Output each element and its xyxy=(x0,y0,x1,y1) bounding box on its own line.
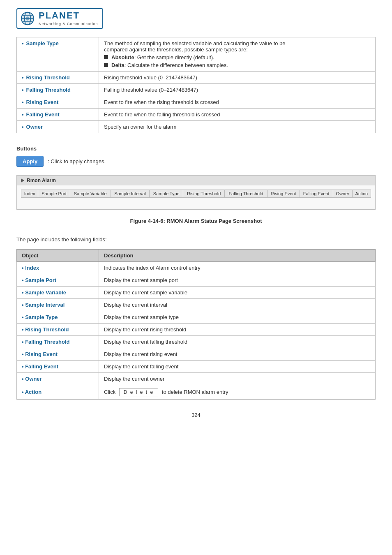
status-table: Object Description • Index Indicates the… xyxy=(16,249,376,400)
status-table-header-row: Object Description xyxy=(17,249,376,261)
object-cell: • Owner xyxy=(17,121,99,133)
object-cell: • Falling Threshold xyxy=(17,84,99,96)
object-label: Rising Event xyxy=(26,99,59,105)
table-row: • Owner Specify an owner for the alarm xyxy=(17,121,376,133)
description-cell: Display the current sample port xyxy=(99,274,376,286)
col-sample-interval: Sample Interval xyxy=(111,190,150,198)
table-row: • Falling Event Display the current fall… xyxy=(17,360,376,372)
bullet-dot: • xyxy=(22,302,24,308)
object-label: Falling Threshold xyxy=(26,87,71,93)
table-row: • Sample Port Display the current sample… xyxy=(17,274,376,286)
object-cell: • Sample Interval xyxy=(17,298,99,311)
col-falling-event: Falling Event xyxy=(300,190,333,198)
bullet-dot: • xyxy=(22,87,24,93)
description-cell: Display the current falling threshold xyxy=(99,335,376,348)
col-action: Action xyxy=(352,190,371,198)
object-cell: • Owner xyxy=(17,372,99,385)
bullet-dot: • xyxy=(22,389,24,395)
rmon-panel-body: Index Sample Port Sample Variable Sample… xyxy=(17,185,375,209)
buttons-section-title: Buttons xyxy=(16,146,376,152)
table-row: • Sample Interval Display the current in… xyxy=(17,298,376,311)
rmon-empty-row xyxy=(21,198,371,205)
object-cell: • Rising Threshold xyxy=(17,323,99,335)
table-row: • Falling Threshold Display the current … xyxy=(17,335,376,348)
bullet-dot: • xyxy=(22,124,24,130)
object-cell: • Sample Type xyxy=(17,37,99,72)
description-cell: Event to fire when the falling threshold… xyxy=(99,109,376,121)
description-cell: Display the current sample type xyxy=(99,311,376,323)
object-cell: • Falling Event xyxy=(17,109,99,121)
desc-text: Falling threshold value (0–2147483647) xyxy=(104,87,198,93)
object-label: Owner xyxy=(26,124,43,130)
description-cell: Display the current rising threshold xyxy=(99,323,376,335)
bullet-dot: • xyxy=(22,376,24,382)
description-cell: Rising threshold value (0–2147483647) xyxy=(99,72,376,84)
page-number: 324 xyxy=(16,412,376,418)
bullet-dot: • xyxy=(22,40,24,46)
figure-caption: Figure 4-14-6: RMON Alarm Status Page Sc… xyxy=(16,218,376,224)
table-row: • Owner Display the current owner xyxy=(17,372,376,385)
object-cell: • Action xyxy=(17,385,99,399)
object-cell: • Index xyxy=(17,261,99,274)
buttons-section: Buttons Apply : Click to apply changes. xyxy=(16,146,376,167)
apply-description: : Click to apply changes. xyxy=(48,158,106,164)
object-cell: • Sample Type xyxy=(17,311,99,323)
table-row: • Sample Type Display the current sample… xyxy=(17,311,376,323)
description-cell: Indicates the index of Alarm control ent… xyxy=(99,261,376,274)
col-sample-type: Sample Type xyxy=(150,190,183,198)
rmon-alarm-panel: Rmon Alarm Index Sample Port Sample Vari… xyxy=(16,175,376,210)
description-cell: Specify an owner for the alarm xyxy=(99,121,376,133)
status-col-object: Object xyxy=(17,249,99,261)
rmon-columns-table: Index Sample Port Sample Variable Sample… xyxy=(21,190,371,205)
object-cell: • Rising Event xyxy=(17,96,99,109)
description-cell: Display the current owner xyxy=(99,372,376,385)
desc-text: Rising threshold value (0–2147483647) xyxy=(104,74,197,81)
table-row: • Index Indicates the index of Alarm con… xyxy=(17,261,376,274)
description-cell: Display the current interval xyxy=(99,298,376,311)
sub-item-text: Absolute: Get the sample directly (defau… xyxy=(111,54,214,60)
bullet-dot: • xyxy=(22,99,24,105)
bullet-dot: • xyxy=(22,326,24,333)
description-cell: Event to fire when the rising threshold … xyxy=(99,96,376,109)
planet-logo-icon xyxy=(20,11,35,26)
square-bullet-icon xyxy=(104,55,108,59)
object-label: Falling Event xyxy=(26,111,60,118)
rmon-header-row: Index Sample Port Sample Variable Sample… xyxy=(21,190,371,198)
description-cell: Display the current rising event xyxy=(99,348,376,360)
description-cell: Click D e l e t e to delete RMON alarm e… xyxy=(99,385,376,399)
desc-text: Event to fire when the rising threshold … xyxy=(104,99,219,105)
col-rising-threshold: Rising Threshold xyxy=(183,190,224,198)
bullet-dot: • xyxy=(22,289,24,296)
table-row: • Falling Event Event to fire when the f… xyxy=(17,109,376,121)
logo-area: PLANET Networking & Communication xyxy=(16,8,376,29)
object-cell: • Falling Threshold xyxy=(17,335,99,348)
col-index: Index xyxy=(21,190,38,198)
bullet-dot: • xyxy=(22,339,24,345)
desc-text: Event to fire when the falling threshold… xyxy=(104,111,220,118)
apply-row: Apply : Click to apply changes. xyxy=(16,156,376,167)
object-cell: • Rising Event xyxy=(17,348,99,360)
logo-subtitle-text: Networking & Communication xyxy=(39,22,98,26)
bullet-dot: • xyxy=(22,277,24,283)
description-cell: Falling threshold value (0–2147483647) xyxy=(99,84,376,96)
desc-line2: compared against the thresholds, possibl… xyxy=(104,46,370,53)
delete-button[interactable]: D e l e t e xyxy=(119,388,158,396)
col-sample-port: Sample Port xyxy=(38,190,70,198)
table-row: • Rising Threshold Rising threshold valu… xyxy=(17,72,376,84)
apply-button[interactable]: Apply xyxy=(16,156,44,167)
collapse-icon[interactable] xyxy=(21,178,24,183)
rmon-panel-title: Rmon Alarm xyxy=(27,178,56,183)
desc-list: Absolute: Get the sample directly (defau… xyxy=(104,54,370,68)
table-row: • Rising Event Event to fire when the ri… xyxy=(17,96,376,109)
object-label: Sample Type xyxy=(26,40,59,46)
table-row: • Sample Variable Display the current sa… xyxy=(17,286,376,298)
col-falling-threshold: Falling Threshold xyxy=(225,190,267,198)
bullet-dot: • xyxy=(22,351,24,357)
page-intro: The page includes the following fields: xyxy=(16,236,376,243)
action-click-text: Click xyxy=(104,389,117,395)
sub-item-absolute: Absolute: Get the sample directly (defau… xyxy=(104,54,370,60)
bullet-dot: • xyxy=(22,74,24,81)
table-row: • Rising Threshold Display the current r… xyxy=(17,323,376,335)
config-table: • Sample Type The method of sampling the… xyxy=(16,37,376,133)
sub-item-delta: Delta: Calculate the difference between … xyxy=(104,62,370,68)
